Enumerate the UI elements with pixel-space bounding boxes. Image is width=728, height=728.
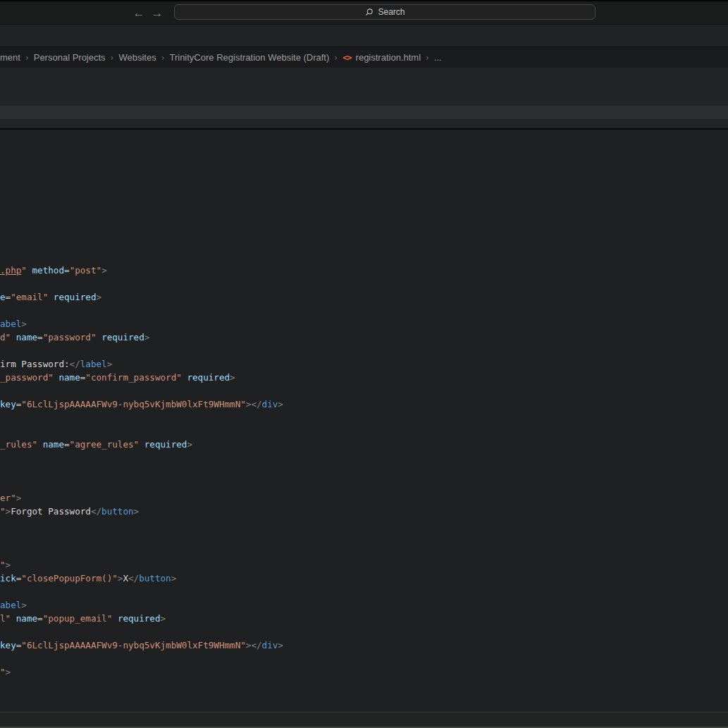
code-token: ick [0,573,16,584]
breadcrumb-item-label: Personal Projects [34,52,106,63]
forward-arrow-icon[interactable]: → [148,4,166,22]
code-token: key [0,399,16,409]
code-token: > [161,613,166,624]
code-token: > [171,573,177,584]
title-bar: ← → Search [0,1,728,24]
code-editor[interactable]: .php" method="post">e="email" required>a… [0,130,728,712]
breadcrumb-item[interactable]: ment [0,52,20,63]
code-line: ick="closePopupForm()">X</button> [0,572,176,585]
code-token: name [43,439,64,450]
code-token: label [80,359,107,369]
code-token: "agree_rules" [70,439,140,450]
breadcrumb-separator-icon: › [161,53,165,63]
code-token [11,332,16,343]
code-token: required [54,292,97,302]
code-token: button [101,506,134,517]
vscode-window: ← → Search ment›Personal Projects›Websit… [0,0,728,728]
breadcrumb-item-label: registration.html [356,52,421,63]
code-line: d" name="password" required> [0,331,149,344]
code-token: name [58,372,80,383]
code-token: > [6,667,11,677]
code-token: required [118,613,161,624]
code-token: > [101,265,107,276]
code-line: key="6LclLjspAAAAAFWv9-nybq5vKjmbW0lxFt9… [0,638,283,652]
code-token: > [187,439,192,450]
code-token: = [64,265,70,276]
code-token: Forgot Password [11,506,91,517]
code-line: "> [0,665,11,679]
code-token: > [97,292,102,302]
command-center-search[interactable]: Search [174,4,596,20]
code-token: required [101,332,144,343]
code-token: > [278,640,283,650]
breadcrumb-separator-icon: › [334,53,338,63]
code-token: l" [0,613,11,624]
search-icon [364,8,374,17]
code-token: name [16,613,37,624]
code-token: > [21,600,27,610]
code-token: > [278,399,283,409]
code-token: "6LclLjspAAAAAFWv9-nybq5vKjmbW0lxFt9WHmm… [21,640,245,650]
code-token: "password" [43,332,97,343]
code-token: abel [0,319,21,329]
code-token: irm Password: [0,359,70,369]
breadcrumb-item[interactable]: <>registration.html [343,52,421,63]
code-token: </ [91,506,101,517]
breadcrumb-item[interactable]: Personal Projects [34,52,106,63]
code-token: </ [70,359,80,369]
code-token: " [0,560,6,570]
code-line: e="email" required> [0,290,101,304]
code-token: .php [0,265,21,276]
code-token [97,332,102,343]
code-token: key [0,640,16,650]
code-line: er"> [0,491,21,505]
breadcrumb-item-label: ... [434,52,442,63]
code-token: "email" [11,292,48,302]
code-token: button [139,573,171,584]
code-line: abel> [0,317,27,331]
code-token [27,265,32,276]
code-token: "confirm_password" [85,372,181,383]
breadcrumb-item[interactable]: TrinityCore Registration Website (Draft) [169,52,329,63]
breadcrumb-item[interactable]: ... [434,52,442,63]
code-line: abel> [0,598,27,612]
code-token: > [16,493,22,503]
code-line: l" name="popup_email" required> [0,612,166,625]
code-token: = [64,439,70,450]
code-token: ></ [246,640,262,650]
back-arrow-icon[interactable]: ← [130,4,148,22]
code-token: " [0,506,6,517]
bottom-panel [0,712,728,727]
code-token: e [0,292,6,302]
breadcrumb-item-label: Websites [118,52,156,63]
html-file-icon: <> [343,53,351,63]
code-line: ">Forgot Password</button> [0,505,139,518]
code-token: > [6,560,11,570]
code-token: abel [0,600,21,610]
code-token: name [16,332,37,343]
breadcrumb-item-label: ment [0,52,20,63]
breadcrumb-separator-icon: › [25,53,29,63]
breadcrumb-separator-icon: › [111,53,114,63]
code-token: X [123,573,128,584]
breadcrumb-item[interactable]: Websites [118,52,156,63]
code-token [139,439,144,450]
code-token: = [37,613,43,624]
code-token: _password" [0,372,54,383]
code-token: = [37,332,43,343]
code-token: d" [0,332,11,343]
code-token: "closePopupForm()" [21,573,117,584]
code-token: > [107,359,113,369]
search-placeholder: Search [378,7,405,17]
code-token: "post" [70,265,102,276]
code-token [11,613,16,624]
code-line: irm Password:</label> [0,357,112,371]
code-token: " [0,667,6,677]
code-token: "popup_email" [43,613,113,624]
code-line: .php" method="post"> [0,264,107,277]
current-line-highlight [0,106,728,119]
code-token: " [21,265,27,276]
code-token: > [134,506,140,517]
breadcrumb: ment›Personal Projects›Websites›TrinityC… [0,47,728,68]
code-line: "> [0,558,11,572]
